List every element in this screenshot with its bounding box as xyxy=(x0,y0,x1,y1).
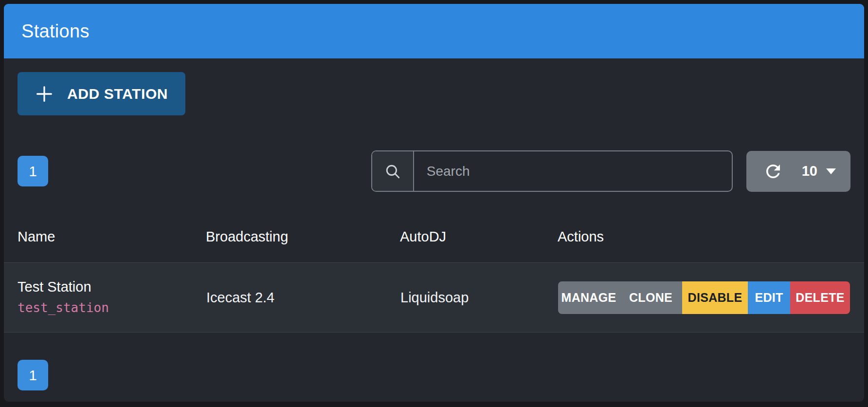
pagination-page-button[interactable]: 1 xyxy=(18,360,48,390)
toolbar: ADD STATION xyxy=(4,58,864,115)
disable-button[interactable]: DISABLE xyxy=(682,281,748,314)
pagination-top: 1 xyxy=(18,156,48,186)
column-header-actions: Actions xyxy=(558,192,864,263)
refresh-button[interactable] xyxy=(746,151,792,192)
manage-button[interactable]: MANAGE xyxy=(558,281,619,314)
per-page-value: 10 xyxy=(802,163,817,179)
stations-card: Stations ADD STATION 1 xyxy=(4,4,864,402)
per-page-select[interactable]: 10 xyxy=(792,151,850,192)
pagination-bottom: 1 xyxy=(18,360,864,390)
stations-table: Name Broadcasting AutoDJ Actions Test St… xyxy=(4,192,864,333)
search-icon-wrap xyxy=(372,151,414,191)
delete-button[interactable]: DELETE xyxy=(790,281,850,314)
perpage-group: 10 xyxy=(746,151,850,192)
pagination-page-button[interactable]: 1 xyxy=(18,156,48,186)
station-short-name: test_station xyxy=(18,297,205,318)
refresh-icon xyxy=(763,161,783,182)
search-group xyxy=(371,150,733,192)
station-name: Test Station xyxy=(18,277,205,297)
station-actions-group: MANAGE CLONE DISABLE EDIT DELETE xyxy=(558,281,850,314)
table-header-row: Name Broadcasting AutoDJ Actions xyxy=(4,192,864,263)
clone-button[interactable]: CLONE xyxy=(619,281,682,314)
column-header-broadcasting: Broadcasting xyxy=(206,192,400,263)
card-header: Stations xyxy=(4,4,864,58)
table-row: Test Station test_station Icecast 2.4 Li… xyxy=(4,263,864,333)
column-header-name: Name xyxy=(4,192,206,263)
edit-button[interactable]: EDIT xyxy=(748,281,790,314)
caret-down-icon xyxy=(826,168,836,174)
add-station-label: ADD STATION xyxy=(67,86,168,102)
search-icon xyxy=(384,163,401,180)
controls-row: 1 10 xyxy=(4,150,864,192)
station-name-cell: Test Station test_station xyxy=(4,263,206,333)
search-input[interactable] xyxy=(414,151,732,191)
add-station-button[interactable]: ADD STATION xyxy=(18,72,185,115)
page-title: Stations xyxy=(21,21,90,42)
column-header-autodj: AutoDJ xyxy=(400,192,558,263)
station-autodj: Liquidsoap xyxy=(400,263,558,333)
controls-right: 10 xyxy=(371,150,850,192)
plus-icon xyxy=(33,83,55,105)
station-actions-cell: MANAGE CLONE DISABLE EDIT DELETE xyxy=(558,263,864,333)
station-broadcasting: Icecast 2.4 xyxy=(206,263,400,333)
